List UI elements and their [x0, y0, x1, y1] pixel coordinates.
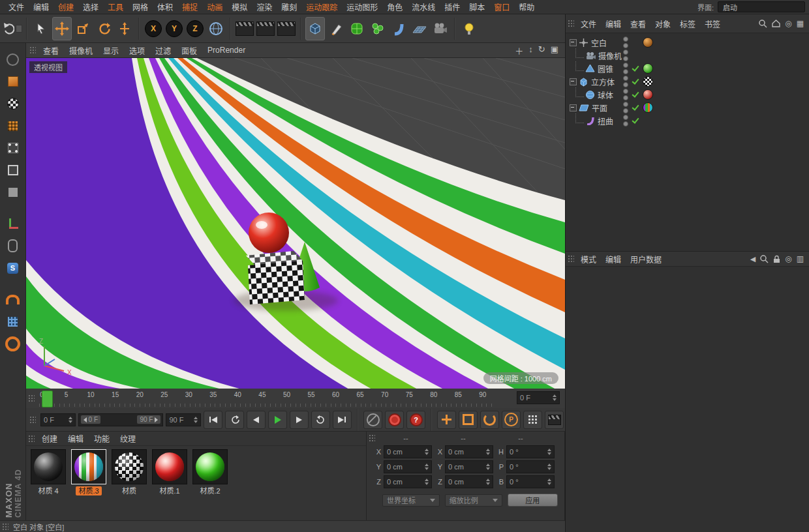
om-menu-view[interactable]: 查看 [626, 18, 650, 29]
polygons-mode-button[interactable] [4, 183, 22, 202]
viewport-canvas[interactable]: 透视视图 网格间距 : 1000 cm [26, 58, 565, 389]
enabled-check-icon[interactable] [632, 117, 639, 125]
object-row-cube[interactable]: 立方体 [566, 75, 809, 88]
panel-grip[interactable] [29, 46, 36, 54]
panel-grip[interactable] [369, 434, 375, 442]
search-icon[interactable] [759, 20, 767, 28]
render-view-button[interactable] [235, 17, 254, 40]
floor-environment-button[interactable] [410, 17, 429, 40]
stepper-icon[interactable] [422, 449, 429, 455]
menu-mesh[interactable]: 网格 [128, 1, 153, 12]
rotate-tool-button[interactable] [94, 17, 114, 40]
vp-menu-camera[interactable]: 摄像机 [64, 45, 98, 56]
panel-grip[interactable] [29, 416, 36, 424]
material-item[interactable]: 材质 [111, 449, 147, 495]
enabled-check-icon[interactable] [632, 78, 639, 85]
make-editable-button[interactable] [4, 50, 22, 69]
object-name[interactable]: 立方体 [591, 76, 615, 87]
menu-mograph[interactable]: 运动图形 [342, 1, 382, 12]
light-button[interactable] [459, 17, 479, 40]
keyframe-selection-button[interactable]: ? [406, 411, 425, 429]
om-menu-tags[interactable]: 标签 [675, 18, 700, 29]
stepper-icon[interactable] [483, 464, 490, 470]
size-y-field[interactable]: 0 cm [445, 460, 493, 473]
visibility-toggles[interactable] [623, 115, 628, 126]
range-end-handle[interactable]: 90 F [137, 415, 160, 424]
expander-icon[interactable] [570, 78, 577, 85]
axis-mode-button[interactable] [4, 214, 22, 233]
pos-y-field[interactable]: 0 cm [384, 460, 432, 473]
stepper-icon[interactable] [422, 464, 429, 470]
coordinate-system-select[interactable]: 世界坐标 [382, 494, 440, 507]
previous-key-button[interactable] [225, 411, 244, 429]
stepper-icon[interactable] [545, 464, 551, 470]
material-chip[interactable] [643, 76, 653, 87]
rotate-view-icon[interactable]: ↻ [538, 44, 545, 57]
vp-menu-prorender[interactable]: ProRender [202, 46, 251, 55]
object-name[interactable]: 球体 [598, 89, 613, 100]
panel-layout-icon[interactable]: ▦ [797, 19, 804, 28]
back-arrow-icon[interactable]: ◀ [750, 255, 756, 263]
visibility-toggles[interactable] [623, 102, 628, 113]
om-menu-bookmarks[interactable]: 书签 [700, 18, 725, 29]
menu-file[interactable]: 文件 [4, 1, 29, 12]
menu-animate[interactable]: 动画 [202, 1, 227, 12]
stepper-icon[interactable] [422, 479, 429, 485]
quantize-button[interactable] [4, 334, 22, 353]
panel-grip[interactable] [2, 523, 8, 531]
object-row-null[interactable]: 空白 [566, 36, 809, 49]
interface-select[interactable]: 启动 [718, 1, 805, 12]
material-item-selected[interactable]: 材质.3 [70, 449, 107, 495]
record-scale-toggle[interactable] [459, 411, 478, 429]
tweak-mode-button[interactable] [4, 236, 22, 256]
object-name[interactable]: 圆锥 [598, 63, 613, 74]
menu-select[interactable]: 选择 [78, 1, 103, 12]
points-mode-button[interactable] [4, 138, 22, 158]
object-row-cone[interactable]: 圆锥 [566, 62, 809, 75]
rot-b-field[interactable]: 0 ° [506, 475, 555, 488]
apply-button[interactable]: 应用 [508, 494, 558, 507]
cloner-button[interactable] [368, 17, 388, 40]
texture-mode-button[interactable] [4, 94, 22, 113]
mat-menu-texture[interactable]: 纹理 [115, 433, 141, 444]
x-axis-lock-button[interactable]: X [144, 17, 163, 40]
viewport-solo-button[interactable]: S [4, 258, 22, 278]
enabled-check-icon[interactable] [632, 104, 639, 111]
material-thumbnail[interactable] [31, 449, 66, 484]
enable-snap-button[interactable] [4, 289, 22, 309]
workplane-lock-button[interactable] [4, 312, 22, 331]
material-thumbnail[interactable] [152, 449, 187, 484]
record-rotation-toggle[interactable] [480, 411, 499, 429]
scale-mode-select[interactable]: 缩放比例 [445, 494, 502, 507]
menu-edit[interactable]: 编辑 [29, 1, 53, 12]
object-row-plane[interactable]: 平面 [566, 101, 809, 114]
menu-tools[interactable]: 工具 [103, 1, 128, 12]
om-menu-file[interactable]: 文件 [576, 18, 601, 29]
panel-split-icon[interactable]: ▥ [797, 254, 804, 263]
menu-sculpt[interactable]: 雕刻 [277, 1, 301, 12]
target-icon[interactable]: ◎ [785, 254, 791, 263]
edges-mode-button[interactable] [4, 160, 22, 180]
vp-menu-options[interactable]: 选项 [124, 45, 150, 56]
tag-icon[interactable] [643, 37, 653, 48]
scale-tool-button[interactable] [73, 17, 93, 40]
material-thumbnail[interactable] [112, 449, 147, 484]
y-axis-lock-button[interactable]: Y [164, 17, 184, 40]
next-frame-button[interactable] [290, 411, 309, 429]
attr-menu-edit[interactable]: 编辑 [601, 254, 626, 265]
toggle-views-icon[interactable]: ▣ [551, 44, 558, 57]
stepper-icon[interactable] [483, 449, 490, 455]
material-chip[interactable] [643, 102, 653, 113]
vp-menu-view[interactable]: 查看 [38, 45, 64, 56]
play-button[interactable] [268, 411, 287, 429]
object-row-bend[interactable]: 扭曲 [566, 114, 809, 127]
next-key-button[interactable] [311, 411, 330, 429]
material-item[interactable]: 材质 4 [30, 449, 67, 495]
render-to-picture-button[interactable] [256, 17, 275, 40]
redo-icon[interactable] [16, 25, 22, 33]
render-settings-button[interactable] [277, 17, 296, 40]
menu-simulate[interactable]: 模拟 [227, 1, 252, 12]
undo-button[interactable] [3, 17, 22, 40]
start-frame-field[interactable]: 0 F [40, 413, 76, 426]
uvw-mode-button[interactable] [4, 116, 22, 136]
